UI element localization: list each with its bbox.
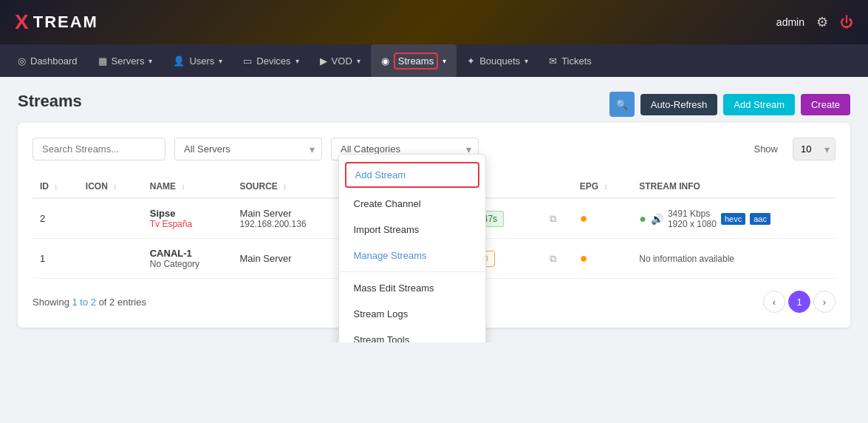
servers-select[interactable]: All Servers [174, 138, 322, 160]
navbar-right: admin ⚙ ⏻ [776, 14, 853, 30]
auto-refresh-button[interactable]: Auto-Refresh [640, 94, 718, 115]
sort-icon-icon: ↕ [113, 183, 117, 191]
dropdown-manage-streams[interactable]: Manage Streams [339, 243, 485, 268]
source-name: Main Server [240, 253, 338, 264]
th-server [542, 175, 572, 198]
nav-devices[interactable]: ▭ Devices ▾ [233, 44, 309, 77]
codec-badge: hevc [721, 213, 745, 225]
nav-streams-label: Streams [394, 53, 438, 70]
nav-dashboard-label: Dashboard [30, 55, 78, 67]
users-chevron: ▾ [219, 57, 222, 65]
power-icon[interactable]: ⏻ [840, 15, 853, 30]
nav-tickets[interactable]: ✉ Tickets [539, 44, 602, 77]
th-epg: EPG ↕ [573, 175, 632, 198]
dropdown-stream-logs[interactable]: Stream Logs [339, 301, 485, 327]
logo-text: TREAM [33, 13, 98, 32]
nav-dashboard[interactable]: ◎ Dashboard [7, 44, 88, 77]
nav-servers-label: Servers [112, 55, 145, 67]
show-label: Show [753, 143, 778, 155]
stream-tools-label: Stream Tools [354, 334, 410, 342]
video-indicator: ● [639, 212, 646, 226]
devices-chevron: ▾ [295, 57, 299, 65]
cell-icon [78, 239, 143, 279]
no-info-text: No information available [639, 254, 734, 264]
streams-dropdown-menu: Add Stream Create Channel Import Streams… [338, 154, 486, 342]
settings-icon[interactable]: ⚙ [816, 14, 828, 30]
copy-icon[interactable]: ⧉ [550, 213, 556, 224]
dropdown-import-streams[interactable]: Import Streams [339, 217, 485, 243]
create-button[interactable]: Create [801, 94, 850, 115]
dropdown-add-stream[interactable]: Add Stream [345, 162, 479, 188]
th-id: ID ↕ [33, 175, 78, 198]
stream-category: No Category [150, 259, 225, 269]
nav-users-label: Users [189, 55, 214, 67]
nav-vod[interactable]: ▶ VOD ▾ [310, 44, 371, 77]
dropdown-divider [339, 271, 485, 272]
cell-source: Main Server 192.168.200.136 [233, 198, 346, 239]
nav-bouquets[interactable]: ✦ Bouquets ▾ [457, 44, 539, 77]
pagination-controls: ‹ 1 › [763, 291, 835, 313]
sort-source-icon: ↕ [283, 183, 287, 191]
nav-users[interactable]: 👤 Users ▾ [163, 44, 233, 77]
cell-server-icon: ⧉ [542, 198, 572, 239]
cell-name: CANAL-1 No Category [143, 239, 233, 279]
audio-badge: aac [750, 213, 770, 225]
dashboard-icon: ◎ [18, 55, 26, 67]
th-icon: ICON ↕ [78, 175, 143, 198]
add-stream-label: Add Stream [355, 169, 406, 180]
add-stream-button[interactable]: Add Stream [723, 94, 795, 115]
show-select-wrapper: 10 25 50 100 [793, 138, 835, 160]
cell-name: Sipse Tv España [143, 198, 233, 239]
search-input[interactable] [33, 138, 165, 160]
logo[interactable]: X TREAM [15, 10, 98, 34]
streams-chevron: ▾ [442, 57, 446, 65]
next-page-button[interactable]: › [813, 291, 835, 313]
bitrate: 3491 Kbps1920 x 1080 [668, 209, 717, 229]
dropdown-create-channel[interactable]: Create Channel [339, 191, 485, 217]
mass-edit-label: Mass Edit Streams [354, 282, 434, 294]
dropdown-mass-edit[interactable]: Mass Edit Streams [339, 275, 485, 301]
source-name: Main Server [240, 208, 338, 219]
showing-range[interactable]: 1 to 2 [72, 297, 96, 308]
users-icon: 👤 [173, 55, 185, 67]
nav-streams[interactable]: ◉ Streams ▾ [371, 44, 457, 77]
search-button[interactable]: 🔍 [609, 92, 635, 117]
dropdown-stream-tools[interactable]: Stream Tools [339, 327, 485, 342]
sort-epg-icon: ↕ [604, 183, 608, 191]
servers-icon: ▦ [98, 55, 107, 67]
vod-chevron: ▾ [357, 57, 360, 65]
vod-icon: ▶ [320, 55, 327, 67]
streams-icon: ◉ [381, 55, 389, 67]
nav-vod-label: VOD [332, 55, 352, 67]
cell-id: 2 [33, 198, 78, 239]
cell-stream-info: ● 🔊 3491 Kbps1920 x 1080 hevc aac [632, 198, 835, 239]
main-content: Add Stream Create Channel Import Streams… [0, 77, 868, 342]
cell-server-icon: ⧉ [542, 239, 572, 279]
th-source: SOURCE ↕ [233, 175, 346, 198]
audio-indicator: 🔊 [651, 213, 663, 225]
epg-status-icon2: ● [580, 251, 588, 265]
cell-epg: ● [573, 239, 632, 279]
devices-icon: ▭ [243, 55, 252, 67]
sort-id-icon: ↕ [54, 183, 58, 191]
navbar: X TREAM admin ⚙ ⏻ [0, 0, 868, 44]
cell-source: Main Server [233, 239, 346, 279]
stream-name: Sipse [150, 208, 225, 219]
manage-streams-label: Manage Streams [354, 250, 427, 261]
page-1-button[interactable]: 1 [788, 291, 810, 313]
epg-status-icon: ● [580, 211, 588, 226]
servers-select-wrapper: All Servers [174, 138, 322, 160]
tickets-icon: ✉ [549, 55, 557, 67]
pagination-info: Showing 1 to 2 of 2 entries [33, 297, 146, 308]
bouquets-icon: ✦ [467, 55, 475, 67]
copy-icon2[interactable]: ⧉ [550, 253, 556, 264]
stream-name: CANAL-1 [150, 248, 225, 259]
bouquets-chevron: ▾ [524, 57, 528, 65]
show-select[interactable]: 10 25 50 100 [793, 138, 835, 160]
nav-servers[interactable]: ▦ Servers ▾ [88, 44, 163, 77]
showing-suffix: of 2 entries [96, 297, 146, 308]
cell-epg: ● [573, 198, 632, 239]
nav-devices-label: Devices [256, 55, 290, 67]
prev-page-button[interactable]: ‹ [763, 291, 785, 313]
create-channel-label: Create Channel [354, 198, 421, 209]
